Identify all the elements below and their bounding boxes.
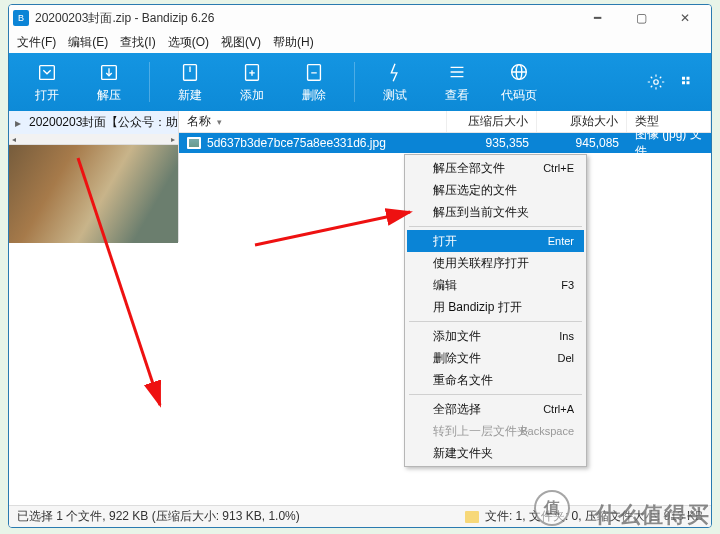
toolbar-codepage[interactable]: 代码页 — [489, 56, 549, 108]
ctx-open-bandizip[interactable]: 用 Bandizip 打开 — [407, 296, 584, 318]
delete-icon — [303, 61, 325, 83]
globe-icon — [508, 61, 530, 83]
svg-rect-18 — [682, 81, 685, 84]
test-icon — [384, 61, 406, 83]
folder-open-icon — [36, 61, 58, 83]
file-name: 5d637b3de7bce75a8ee331d6.jpg — [207, 136, 386, 150]
list-view-icon — [446, 61, 468, 83]
overflow-icon[interactable] — [679, 73, 697, 91]
ctx-edit[interactable]: 编辑F3 — [407, 274, 584, 296]
menubar: 文件(F) 编辑(E) 查找(I) 选项(O) 视图(V) 帮助(H) — [9, 31, 711, 53]
menu-view[interactable]: 视图(V) — [221, 34, 261, 51]
ctx-open[interactable]: 打开Enter — [407, 230, 584, 252]
new-archive-icon — [179, 61, 201, 83]
col-original[interactable]: 原始大小 — [537, 111, 627, 132]
toolbar-delete-label: 删除 — [302, 87, 326, 104]
titlebar: B 20200203封面.zip - Bandizip 6.26 ━ ▢ ✕ — [9, 5, 711, 31]
ctx-rename[interactable]: 重命名文件 — [407, 369, 584, 391]
folder-icon — [465, 511, 479, 523]
minimize-button[interactable]: ━ — [575, 5, 619, 31]
menu-file[interactable]: 文件(F) — [17, 34, 56, 51]
file-original-size: 945,085 — [537, 136, 627, 150]
ctx-select-all[interactable]: 全部选择Ctrl+A — [407, 398, 584, 420]
toolbar-codepage-label: 代码页 — [501, 87, 537, 104]
toolbar-open-label: 打开 — [35, 87, 59, 104]
menu-find[interactable]: 查找(I) — [120, 34, 155, 51]
folder-tree: ▸ 20200203封面【公众号：助手 ◂▸ — [9, 111, 179, 144]
app-title: .zip - Bandizip 6.26 — [112, 11, 214, 25]
menu-options[interactable]: 选项(O) — [168, 34, 209, 51]
toolbar: 打开 解压 新建 添加 删除 测试 查看 代码页 — [9, 53, 711, 111]
toolbar-add[interactable]: 添加 — [222, 56, 282, 108]
preview-pane — [9, 144, 179, 242]
ctx-delete-file[interactable]: 删除文件Del — [407, 347, 584, 369]
toolbar-add-label: 添加 — [240, 87, 264, 104]
toolbar-extract[interactable]: 解压 — [79, 56, 139, 108]
file-row[interactable]: 5d637b3de7bce75a8ee331d6.jpg 935,355 945… — [179, 133, 711, 153]
preview-image — [9, 145, 178, 243]
toolbar-test-label: 测试 — [383, 87, 407, 104]
close-button[interactable]: ✕ — [663, 5, 707, 31]
col-name[interactable]: 名称 — [179, 111, 447, 132]
toolbar-delete[interactable]: 删除 — [284, 56, 344, 108]
ctx-open-assoc[interactable]: 使用关联程序打开 — [407, 252, 584, 274]
svg-point-16 — [654, 80, 659, 85]
file-compressed-size: 935,355 — [447, 136, 537, 150]
watermark-text: 什么值得买 — [595, 500, 710, 530]
gear-icon[interactable] — [647, 73, 665, 91]
add-file-icon — [241, 61, 263, 83]
context-menu: 解压全部文件Ctrl+E 解压选定的文件 解压到当前文件夹 打开Enter 使用… — [404, 154, 587, 467]
status-left: 已选择 1 个文件, 922 KB (压缩后大小: 913 KB, 1.0%) — [17, 508, 300, 525]
tree-h-scrollbar[interactable]: ◂▸ — [9, 134, 178, 144]
ctx-go-up: 转到上一层文件夹Backspace — [407, 420, 584, 442]
toolbar-open[interactable]: 打开 — [17, 56, 77, 108]
tree-root-label: 20200203封面【公众号：助手 — [29, 114, 178, 131]
tree-root-item[interactable]: ▸ 20200203封面【公众号：助手 — [9, 111, 178, 134]
ctx-extract-all[interactable]: 解压全部文件Ctrl+E — [407, 157, 584, 179]
toolbar-extract-label: 解压 — [97, 87, 121, 104]
svg-rect-17 — [682, 77, 685, 80]
app-icon: B — [13, 10, 29, 26]
toolbar-new[interactable]: 新建 — [160, 56, 220, 108]
toolbar-test[interactable]: 测试 — [365, 56, 425, 108]
svg-rect-19 — [687, 77, 690, 80]
ctx-extract-selected[interactable]: 解压选定的文件 — [407, 179, 584, 201]
ctx-extract-here[interactable]: 解压到当前文件夹 — [407, 201, 584, 223]
extract-icon — [98, 61, 120, 83]
ctx-new-folder[interactable]: 新建文件夹 — [407, 442, 584, 464]
col-compressed[interactable]: 压缩后大小 — [447, 111, 537, 132]
menu-help[interactable]: 帮助(H) — [273, 34, 314, 51]
ctx-add-file[interactable]: 添加文件Ins — [407, 325, 584, 347]
image-file-icon — [187, 137, 201, 149]
toolbar-view-label: 查看 — [445, 87, 469, 104]
archive-name: 20200203封面 — [35, 11, 112, 25]
menu-edit[interactable]: 编辑(E) — [68, 34, 108, 51]
svg-rect-0 — [40, 65, 55, 79]
toolbar-new-label: 新建 — [178, 87, 202, 104]
maximize-button[interactable]: ▢ — [619, 5, 663, 31]
svg-rect-20 — [687, 81, 690, 84]
toolbar-view[interactable]: 查看 — [427, 56, 487, 108]
watermark-badge: 值 — [534, 490, 570, 526]
